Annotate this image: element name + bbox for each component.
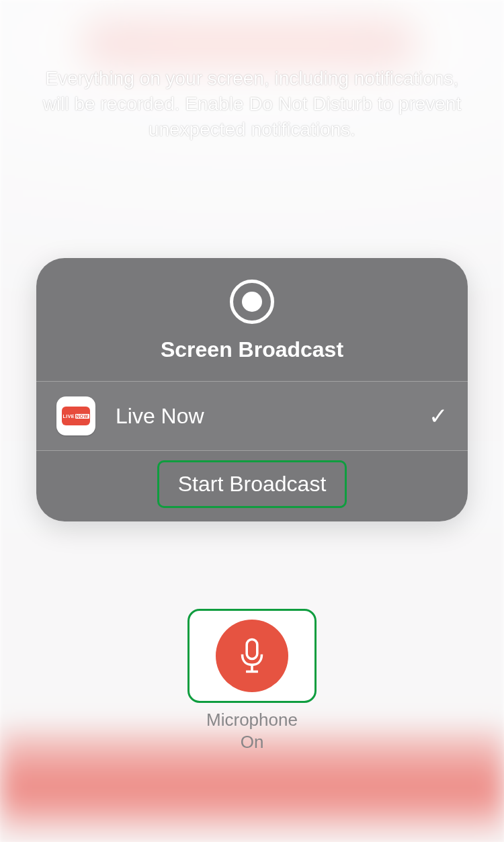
panel-header: Screen Broadcast [36,258,468,381]
live-now-app-icon: LIVENOW [56,396,95,435]
microphone-icon [216,620,288,692]
recording-warning-text: Everything on your screen, including not… [40,66,464,142]
broadcast-app-row[interactable]: LIVENOW Live Now ✓ [36,381,468,451]
record-icon [230,280,274,324]
svg-rect-0 [247,639,257,659]
broadcast-app-name: Live Now [116,404,429,429]
checkmark-icon: ✓ [429,403,448,429]
microphone-toggle[interactable] [187,609,317,703]
broadcast-panel: Screen Broadcast LIVENOW Live Now ✓ Star… [36,258,468,521]
microphone-status: On [241,732,264,753]
start-broadcast-button[interactable]: Start Broadcast [157,460,347,508]
panel-title: Screen Broadcast [161,337,343,362]
microphone-label: Microphone [206,710,298,730]
